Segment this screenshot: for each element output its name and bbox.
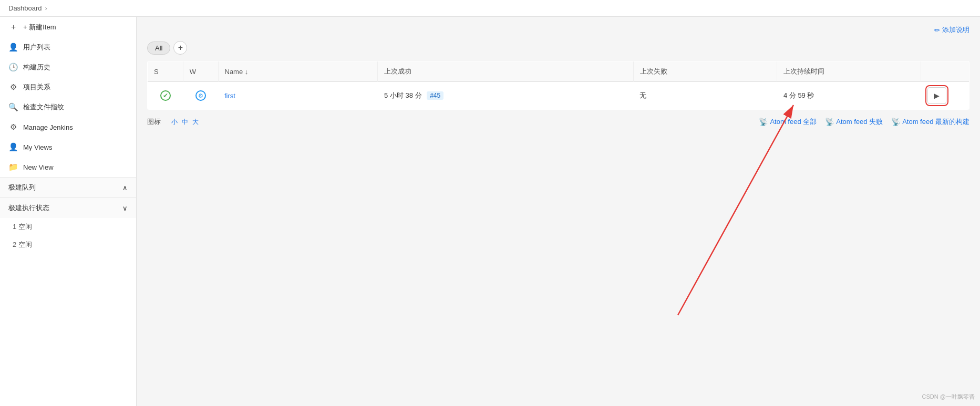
atom-feed-fail-icon: 📡 [825, 118, 834, 126]
tab-all[interactable]: All [147, 41, 170, 55]
job-weather-cell: ⚙ [183, 82, 218, 110]
icon-size-small[interactable]: 小 [171, 118, 178, 127]
job-last-fail-text: 无 [639, 91, 646, 99]
icon-size-medium[interactable]: 中 [182, 118, 188, 127]
atom-feed-fail-link[interactable]: 📡 Atom feed 失败 [825, 117, 883, 127]
job-action-cell: ▶ [921, 82, 969, 110]
status-success-icon: ✔ [160, 90, 171, 101]
build-executor-collapse-icon: ∨ [122, 204, 128, 212]
sidebar-item-fingerprint[interactable]: 🔍 检查文件指纹 [0, 97, 136, 117]
job-duration-cell: 4 分 59 秒 [777, 82, 921, 110]
footer-feed-links: 📡 Atom feed 全部 📡 Atom feed 失败 📡 Atom fee… [759, 117, 969, 127]
add-description-link[interactable]: ✏ 添加说明 [934, 25, 969, 35]
sidebar-fingerprint-label: 检查文件指纹 [23, 102, 128, 112]
atom-feed-latest-label: Atom feed 最新的构建 [902, 117, 969, 127]
table-row: ✔ ⚙ first 5 小时 38 分 #45 无 4 分 59 秒 ▶ [148, 82, 969, 110]
my-views-icon: 👤 [8, 142, 18, 152]
col-header-last-fail: 上次失败 [633, 61, 777, 82]
executor-1: 1 空闲 [0, 218, 136, 236]
sidebar-item-new-item[interactable]: ＋ + 新建Item [0, 17, 136, 37]
build-queue-label: 极建队列 [8, 183, 36, 192]
build-executor-label: 极建执行状态 [8, 203, 49, 213]
status-weather-icon: ⚙ [195, 90, 206, 101]
tab-add-button[interactable]: + [173, 41, 187, 55]
sidebar-build-history-label: 构建历史 [23, 63, 128, 72]
atom-feed-latest-icon: 📡 [891, 118, 900, 126]
breadcrumb-dashboard[interactable]: Dashboard [8, 4, 42, 12]
icon-size-large[interactable]: 大 [192, 118, 199, 127]
fingerprint-icon: 🔍 [8, 102, 18, 112]
build-executor-section: 极建执行状态 ∨ 1 空闲 2 空闲 [0, 197, 136, 254]
sidebar-new-view-label: New View [23, 163, 128, 171]
atom-feed-fail-label: Atom feed 失败 [836, 117, 883, 127]
breadcrumb-chevron: › [45, 4, 47, 12]
sidebar-item-manage-jenkins[interactable]: ⚙ Manage Jenkins [0, 117, 136, 137]
col-header-action [921, 61, 969, 82]
footer-links: 图标 小 中 大 📡 Atom feed 全部 📡 Atom feed 失败 📡… [147, 117, 969, 127]
job-status-cell: ✔ [148, 82, 183, 110]
build-queue-section: 极建队列 ∧ [0, 177, 136, 197]
sidebar-item-project-relation[interactable]: ⚙ 项目关系 [0, 77, 136, 97]
atom-feed-all-link[interactable]: 📡 Atom feed 全部 [759, 117, 817, 127]
icon-size-links: 小 中 大 [171, 118, 199, 127]
icon-size-label: 图标 [147, 117, 161, 127]
executor-2: 2 空闲 [0, 236, 136, 254]
sidebar: ＋ + 新建Item 👤 用户列表 🕒 构建历史 ⚙ 项目关系 🔍 检查文件指纹… [0, 17, 137, 406]
job-last-fail-cell: 无 [633, 82, 777, 110]
watermark: CSDN @一叶飘零晋 [922, 393, 975, 401]
job-name-cell: first [218, 82, 378, 110]
atom-feed-all-label: Atom feed 全部 [770, 117, 817, 127]
table-header-row: S W Name ↓ 上次成功 上次失败 上次持续时间 [148, 61, 969, 82]
edit-icon: ✏ [934, 26, 940, 34]
build-executor-header[interactable]: 极建执行状态 ∨ [0, 198, 136, 218]
col-header-name[interactable]: Name ↓ [218, 61, 378, 82]
job-duration-text: 4 分 59 秒 [783, 91, 814, 99]
build-queue-header[interactable]: 极建队列 ∧ [0, 178, 136, 197]
job-name-link[interactable]: first [224, 92, 235, 100]
col-header-w: W [183, 61, 218, 82]
col-header-last-success: 上次成功 [378, 61, 633, 82]
sidebar-item-build-history[interactable]: 🕒 构建历史 [0, 57, 136, 77]
tab-bar: All + [147, 41, 969, 55]
col-header-duration: 上次持续时间 [777, 61, 921, 82]
job-last-success-cell: 5 小时 38 分 #45 [378, 82, 633, 110]
sidebar-item-user-list[interactable]: 👤 用户列表 [0, 37, 136, 57]
main-content: ✏ 添加说明 All + S W Name ↓ 上次成功 上次失败 上次持续时间 [137, 17, 980, 406]
run-build-button[interactable]: ▶ [927, 87, 946, 104]
atom-feed-latest-link[interactable]: 📡 Atom feed 最新的构建 [891, 117, 969, 127]
build-queue-collapse-icon: ∧ [122, 184, 128, 192]
sidebar-project-relation-label: 项目关系 [23, 82, 128, 92]
sidebar-my-views-label: My Views [23, 143, 128, 151]
jobs-table: S W Name ↓ 上次成功 上次失败 上次持续时间 ✔ ⚙ first [147, 61, 969, 110]
manage-jenkins-icon: ⚙ [8, 122, 18, 132]
sidebar-manage-jenkins-label: Manage Jenkins [23, 123, 128, 131]
sidebar-user-list-label: 用户列表 [23, 43, 128, 52]
job-last-success-text: 5 小时 38 分 [384, 91, 422, 99]
project-relation-icon: ⚙ [8, 82, 18, 92]
col-header-s: S [148, 61, 183, 82]
build-history-icon: 🕒 [8, 63, 18, 72]
sidebar-item-new-view[interactable]: 📁 New View [0, 157, 136, 177]
new-view-icon: 📁 [8, 162, 18, 172]
sidebar-item-my-views[interactable]: 👤 My Views [0, 137, 136, 157]
user-list-icon: 👤 [8, 43, 18, 52]
top-actions: ✏ 添加说明 [147, 25, 969, 35]
atom-feed-all-icon: 📡 [759, 118, 768, 126]
job-build-tag[interactable]: #45 [427, 91, 443, 100]
breadcrumb: Dashboard › [0, 0, 980, 17]
new-item-icon: ＋ [8, 22, 18, 32]
sidebar-new-item-label: + 新建Item [23, 23, 128, 32]
add-description-label: 添加说明 [942, 25, 969, 35]
